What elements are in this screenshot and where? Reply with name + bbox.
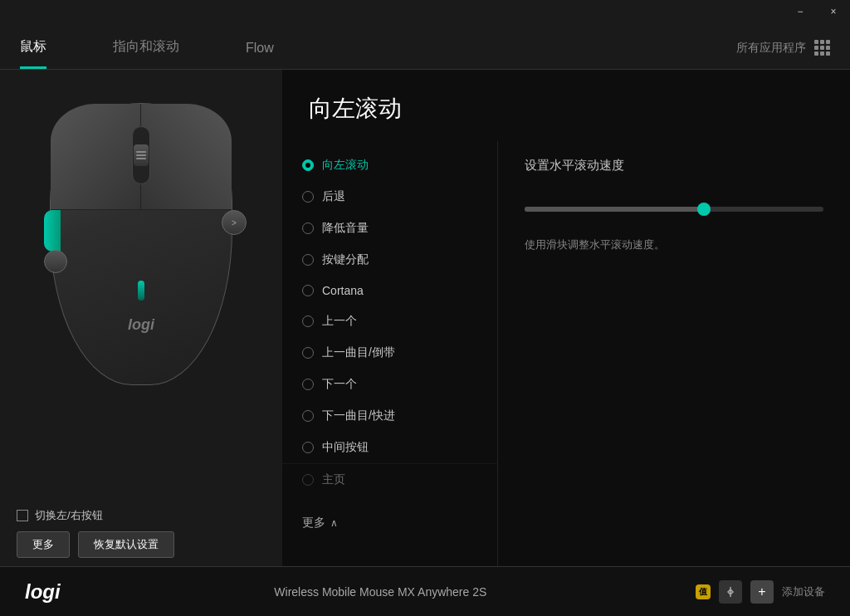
grid-icon	[814, 40, 830, 56]
bottom-controls: 切换左/右按钮 更多 恢复默认设置	[17, 508, 174, 558]
tab-mouse[interactable]: 鼠标	[0, 0, 80, 69]
radio-back	[302, 191, 314, 203]
option-list: 向左滚动 后退 降低音量 按键分配	[282, 141, 498, 504]
radio-middle-btn	[302, 442, 314, 453]
panel-title: 向左滚动	[282, 70, 850, 141]
option-key-assign-label: 按键分配	[322, 252, 369, 267]
swap-buttons-row[interactable]: 切换左/右按钮	[17, 508, 174, 523]
option-middle-btn-label: 中间按钮	[322, 440, 369, 455]
all-apps-area[interactable]: 所有应用程序	[736, 40, 850, 69]
option-prev-label: 上一个	[322, 314, 357, 329]
option-prev-track[interactable]: 上一曲目/倒带	[282, 337, 497, 369]
option-home-label: 主页	[322, 472, 345, 487]
mouse-body: logi	[50, 103, 232, 385]
option-next[interactable]: 下一个	[282, 369, 497, 400]
settings-panel: 设置水平滚动速度 使用滑块调整水平滚动速度。	[498, 141, 850, 566]
slider-track	[525, 207, 704, 212]
footer-icons-area: 值 + 添加设备	[696, 580, 825, 604]
tab-flow[interactable]: Flow	[212, 0, 307, 69]
mouse-scroll-area	[132, 126, 150, 184]
more-options-button[interactable]: 更多 ∧	[282, 504, 497, 542]
option-next-label: 下一个	[322, 377, 357, 392]
option-prev-track-label: 上一曲目/倒带	[322, 345, 395, 360]
option-vol-down-label: 降低音量	[322, 221, 369, 236]
option-scroll-left[interactable]: 向左滚动	[282, 149, 497, 181]
radio-scroll-left	[302, 159, 314, 171]
top-navigation: 鼠标 指向和滚动 Flow 所有应用程序	[0, 0, 850, 70]
footer-logo: logi	[25, 580, 61, 604]
option-cortana[interactable]: Cortana	[282, 276, 497, 306]
radio-key-assign	[302, 254, 314, 266]
radio-vol-down	[302, 222, 314, 234]
option-key-assign[interactable]: 按键分配	[282, 244, 497, 276]
scroll-lines	[136, 151, 146, 159]
add-device-icon[interactable]: +	[750, 580, 774, 604]
option-back[interactable]: 后退	[282, 181, 497, 213]
speed-slider[interactable]	[525, 207, 823, 212]
footer-device-name: Wireless Mobile Mouse MX Anywhere 2S	[66, 585, 696, 599]
scroll-wheel	[134, 144, 149, 166]
footer: logi Wireless Mobile Mouse MX Anywhere 2…	[0, 566, 850, 616]
titlebar: − ×	[784, 0, 850, 23]
bluetooth-icon[interactable]	[719, 580, 742, 604]
swap-buttons-label: 切换左/右按钮	[35, 508, 103, 523]
close-button[interactable]: ×	[817, 0, 850, 23]
nav-tabs: 鼠标 指向和滚动 Flow	[0, 0, 307, 69]
value-icon[interactable]: 值	[696, 584, 711, 599]
mouse-thumb-button[interactable]	[44, 250, 67, 273]
option-cortana-label: Cortana	[322, 284, 364, 297]
swap-buttons-checkbox[interactable]	[17, 510, 28, 521]
minimize-button[interactable]: −	[784, 0, 817, 23]
option-back-label: 后退	[322, 189, 345, 204]
radio-next-track	[302, 410, 314, 422]
radio-home	[302, 474, 314, 486]
logi-logo-mouse: logi	[128, 316, 154, 334]
more-options-label: 更多	[302, 516, 325, 530]
side-button-left[interactable]	[44, 210, 61, 252]
option-middle-btn[interactable]: 中间按钮	[282, 432, 497, 463]
dpi-indicator	[138, 281, 144, 301]
right-panel: 向左滚动 向左滚动 后退 降低音量	[282, 70, 850, 566]
option-next-track-label: 下一曲目/快进	[322, 408, 395, 423]
slider-thumb[interactable]	[697, 203, 711, 216]
add-device-label[interactable]: 添加设备	[782, 584, 825, 599]
settings-title: 设置水平滚动速度	[525, 158, 823, 174]
footer-logo-area: logi	[25, 580, 66, 604]
tab-pointer[interactable]: 指向和滚动	[80, 0, 212, 69]
main-area: logi 切换左/右按钮 更多 恢复默认设置 向左滚动 向左滚动	[0, 70, 850, 566]
mouse-diagram: logi	[25, 95, 257, 410]
radio-cortana	[302, 285, 314, 296]
mouse-left-button[interactable]	[51, 104, 141, 210]
option-next-track[interactable]: 下一曲目/快进	[282, 400, 497, 432]
radio-next	[302, 379, 314, 390]
all-apps-label: 所有应用程序	[736, 41, 806, 56]
radio-prev-track	[302, 347, 314, 359]
option-list-container: 向左滚动 后退 降低音量 按键分配	[282, 141, 498, 566]
mouse-right-button[interactable]	[141, 104, 232, 210]
option-scroll-left-label: 向左滚动	[322, 158, 369, 173]
more-options-chevron-icon: ∧	[330, 517, 338, 529]
side-button-right[interactable]	[222, 210, 247, 235]
mouse-section: logi 切换左/右按钮 更多 恢复默认设置	[0, 70, 282, 566]
more-button[interactable]: 更多	[17, 531, 70, 558]
option-prev[interactable]: 上一个	[282, 306, 497, 337]
action-buttons: 更多 恢复默认设置	[17, 531, 174, 558]
reset-button[interactable]: 恢复默认设置	[78, 531, 174, 558]
radio-prev	[302, 315, 314, 327]
settings-description: 使用滑块调整水平滚动速度。	[525, 237, 823, 254]
panel-content: 向左滚动 后退 降低音量 按键分配	[282, 141, 850, 566]
option-vol-down[interactable]: 降低音量	[282, 213, 497, 244]
option-home[interactable]: 主页	[282, 463, 497, 496]
